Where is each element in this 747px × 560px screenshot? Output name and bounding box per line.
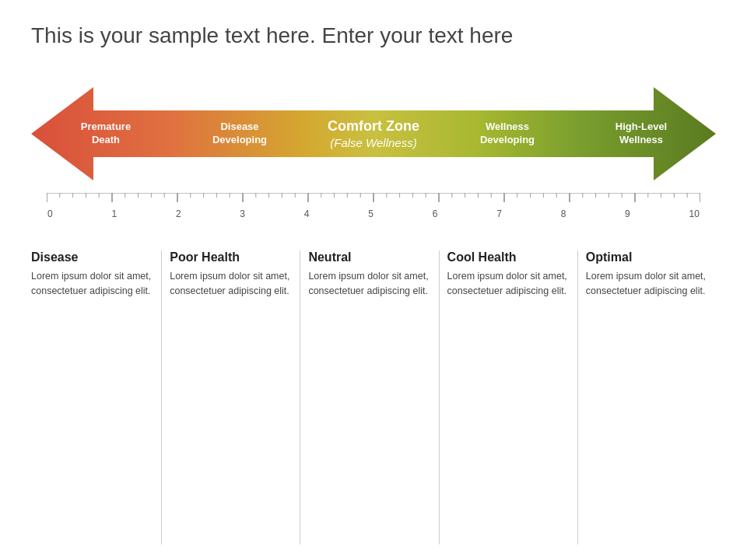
scale-container: // Generate ticks via JS below 0 1 2 3 4… xyxy=(47,193,700,219)
scale-numbers: 0 1 2 3 4 5 6 7 8 9 10 xyxy=(47,208,700,219)
page: This is your sample text here. Enter you… xyxy=(0,0,747,560)
arrow-shape: Premature Death Disease Developing Comfo… xyxy=(31,83,716,184)
label-premature-death: Premature Death xyxy=(31,121,173,147)
col-cool-health-title: Cool Health xyxy=(447,250,568,264)
arrow-wrapper: Premature Death Disease Developing Comfo… xyxy=(31,72,716,196)
label-wellness-developing: Wellness Developing xyxy=(440,121,574,147)
col-disease-title: Disease xyxy=(31,250,152,264)
scale-section: // Generate ticks via JS below 0 1 2 3 4… xyxy=(47,196,700,219)
col-poor-health-text: Lorem ipsum dolor sit amet, consectetuer… xyxy=(170,269,290,299)
arrow-labels: Premature Death Disease Developing Comfo… xyxy=(31,83,716,184)
col-neutral: Neutral Lorem ipsum dolor sit amet, cons… xyxy=(308,250,439,544)
col-cool-health: Cool Health Lorem ipsum dolor sit amet, … xyxy=(447,250,578,544)
col-cool-health-text: Lorem ipsum dolor sit amet, consectetuer… xyxy=(447,269,568,299)
col-poor-health: Poor Health Lorem ipsum dolor sit amet, … xyxy=(170,250,300,544)
label-comfort-zone: Comfort Zone (False Wellness) xyxy=(307,117,440,151)
bottom-section: Disease Lorem ipsum dolor sit amet, cons… xyxy=(31,250,716,544)
col-poor-health-title: Poor Health xyxy=(170,250,290,264)
label-disease-developing: Disease Developing xyxy=(173,121,307,147)
col-disease-text: Lorem ipsum dolor sit amet, consectetuer… xyxy=(31,269,152,299)
col-neutral-text: Lorem ipsum dolor sit amet, consectetuer… xyxy=(308,269,429,299)
col-optimal-title: Optimal xyxy=(586,250,707,264)
scale-ticks-svg: // Generate ticks via JS below xyxy=(47,193,700,205)
col-neutral-title: Neutral xyxy=(308,250,429,264)
label-high-level-wellness: High-Level Wellness xyxy=(574,121,716,147)
col-optimal-text: Lorem ipsum dolor sit amet, consectetuer… xyxy=(586,269,707,299)
col-disease: Disease Lorem ipsum dolor sit amet, cons… xyxy=(31,250,162,544)
arrow-section: Premature Death Disease Developing Comfo… xyxy=(31,72,716,227)
page-title: This is your sample text here. Enter you… xyxy=(31,23,716,48)
col-optimal: Optimal Lorem ipsum dolor sit amet, cons… xyxy=(586,250,716,544)
